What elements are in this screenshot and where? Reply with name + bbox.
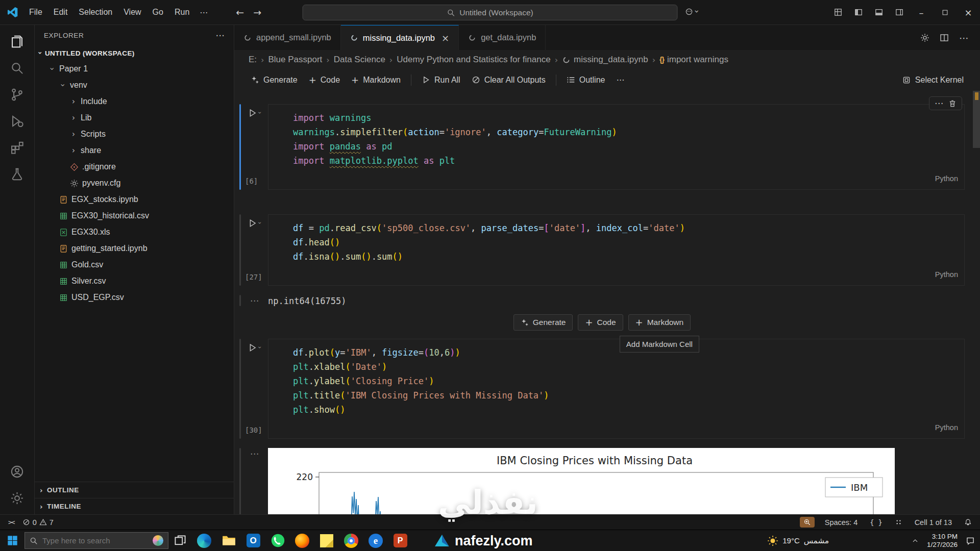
weather-widget[interactable]: 19°C مشمس xyxy=(767,535,829,546)
back-arrow-icon[interactable]: ← xyxy=(236,7,244,18)
chevron-down-icon[interactable]: › xyxy=(259,219,261,227)
tree-item[interactable]: pyvenv.cfg xyxy=(35,175,234,191)
generate-button[interactable]: Generate xyxy=(246,73,303,87)
tree-item[interactable]: EGX_stocks.ipynb xyxy=(35,191,234,208)
tab-missing_data.ipynb[interactable]: missing_data.ipynb × xyxy=(341,25,459,50)
menu-overflow-icon[interactable]: ⋯ xyxy=(195,5,212,20)
activity-account[interactable] xyxy=(0,458,34,485)
toggle-panel-icon[interactable] xyxy=(869,0,889,24)
tree-item[interactable]: .gitignore xyxy=(35,159,234,175)
run-cell-button[interactable] xyxy=(248,218,257,230)
menu-go[interactable]: Go xyxy=(147,5,169,19)
code-editor[interactable]: df = pd.read_csv('sp500_close.csv', pars… xyxy=(268,214,965,286)
zoom-indicator[interactable] xyxy=(800,517,815,528)
taskbar-clock[interactable]: 3:10 PM 1/27/2026 xyxy=(927,533,958,549)
indentation-indicator[interactable]: Spaces: 4 xyxy=(823,518,860,527)
tree-item[interactable]: Silver.csv xyxy=(35,273,234,289)
tree-item[interactable]: EGX30.xls xyxy=(35,224,234,240)
code-editor[interactable]: df.plot(y='IBM', figsize=(10,6))plt.xlab… xyxy=(268,339,965,439)
tree-item[interactable]: ›Lib xyxy=(35,110,234,126)
taskbar-app-edge-legacy[interactable]: e xyxy=(363,530,388,551)
activity-search[interactable] xyxy=(0,55,34,81)
breadcrumb-item[interactable]: missing_data.ipynb xyxy=(562,55,648,65)
toggle-secondary-sidebar-icon[interactable] xyxy=(889,0,910,24)
tree-item[interactable]: USD_EGP.csv xyxy=(35,289,234,306)
taskbar-search[interactable] xyxy=(24,532,168,549)
taskbar-app-whatsapp[interactable] xyxy=(265,530,290,551)
activity-run-and-debug[interactable] xyxy=(0,108,34,134)
more-actions-icon[interactable]: ⋯ xyxy=(935,99,943,108)
breadcrumb-item[interactable]: E: xyxy=(249,55,257,65)
tree-item[interactable]: ›Scripts xyxy=(35,126,234,142)
add-code-button[interactable]: + Code xyxy=(304,73,345,87)
tree-item[interactable]: ›Paper 1 xyxy=(35,61,234,77)
close-button[interactable]: × xyxy=(957,0,980,24)
cell-language-indicator[interactable]: Python xyxy=(935,171,958,186)
outline-button[interactable]: Outline xyxy=(561,73,610,87)
sidebar-section-timeline[interactable]: ›TIMELINE xyxy=(35,498,234,514)
action-center-icon[interactable] xyxy=(966,536,975,545)
taskbar-app-edge[interactable] xyxy=(192,530,216,551)
problems-indicator[interactable]: 0 7 xyxy=(20,518,56,527)
select-kernel-button[interactable]: Select Kernel xyxy=(898,73,968,87)
menu-selection[interactable]: Selection xyxy=(73,5,118,19)
toolbar-more-button[interactable]: ⋯ xyxy=(611,72,629,87)
output-more-actions-icon[interactable]: ⋯ xyxy=(250,448,259,459)
menu-edit[interactable]: Edit xyxy=(48,5,74,19)
breadcrumb-item[interactable]: Blue Passport xyxy=(268,55,322,65)
tree-item[interactable]: EGX30_historical.csv xyxy=(35,208,234,224)
taskbar-app-firefox[interactable] xyxy=(290,530,314,551)
forward-arrow-icon[interactable]: → xyxy=(253,7,261,18)
notebook-settings-icon[interactable] xyxy=(920,33,929,42)
add-markdown-button[interactable]: +Markdown Add Markdown Cell xyxy=(628,314,691,331)
toggle-sidebar-icon[interactable] xyxy=(848,0,869,24)
tree-item[interactable]: Gold.csv xyxy=(35,257,234,273)
remote-indicator[interactable]: >< xyxy=(6,518,16,526)
tree-item[interactable]: ›share xyxy=(35,142,234,159)
split-editor-icon[interactable] xyxy=(940,33,949,42)
cell-language-indicator[interactable]: Python xyxy=(935,267,958,282)
minimize-button[interactable]: – xyxy=(910,0,933,24)
taskbar-app-powerpoint[interactable]: P xyxy=(388,530,412,551)
copilot-menu[interactable]: › xyxy=(685,7,698,16)
notifications-bell-icon[interactable] xyxy=(962,518,974,526)
breadcrumb-item[interactable]: Data Science xyxy=(334,55,385,65)
taskbar-app-outlook[interactable]: O xyxy=(241,530,265,551)
add-markdown-button[interactable]: + Markdown xyxy=(346,73,406,87)
braces-indicator[interactable]: { } xyxy=(868,518,884,527)
command-center[interactable]: Untitled (Workspace) xyxy=(303,5,678,20)
start-button[interactable] xyxy=(0,530,24,551)
menu-file[interactable]: File xyxy=(23,5,48,19)
breadcrumb-item[interactable]: Udemy Python and Statistics for finance xyxy=(397,55,550,65)
activity-testing[interactable] xyxy=(0,161,34,187)
cell-language-indicator[interactable]: Python xyxy=(935,420,958,435)
menu-run[interactable]: Run xyxy=(169,5,195,19)
scrollbar[interactable] xyxy=(973,91,980,514)
menu-view[interactable]: View xyxy=(118,5,146,19)
hidden-icons-chevron[interactable] xyxy=(912,537,919,544)
tree-item[interactable]: getting_started.ipynb xyxy=(35,240,234,257)
taskbar-app-chrome[interactable] xyxy=(339,530,363,551)
sidebar-section-outline[interactable]: ›OUTLINE xyxy=(35,482,234,498)
activity-manage[interactable] xyxy=(0,485,34,511)
breadcrumb-item[interactable]: {}import warnings xyxy=(659,55,728,65)
close-icon[interactable]: × xyxy=(442,33,449,43)
taskbar-app-sticky-notes[interactable] xyxy=(314,530,339,551)
tab-append_small.ipynb[interactable]: append_small.ipynb xyxy=(234,25,341,50)
code-editor[interactable]: import warningswarnings.simplefilter(act… xyxy=(268,104,965,190)
activity-explorer[interactable] xyxy=(0,28,34,55)
delete-cell-icon[interactable] xyxy=(948,99,957,108)
maximize-button[interactable] xyxy=(933,0,957,24)
chevron-down-icon[interactable]: › xyxy=(259,109,261,116)
task-view-button[interactable] xyxy=(168,530,192,551)
tree-item[interactable]: ›Include xyxy=(35,93,234,110)
editor-more-actions-icon[interactable]: ⋯ xyxy=(959,32,969,43)
add-code-button[interactable]: +Code xyxy=(578,314,623,331)
activity-extensions[interactable] xyxy=(0,134,34,161)
explorer-more-actions-icon[interactable]: ⋯ xyxy=(215,30,225,40)
customize-layout-icon[interactable] xyxy=(828,0,848,24)
search-input[interactable] xyxy=(42,536,148,545)
activity-source-control[interactable] xyxy=(0,81,34,108)
generate-button[interactable]: Generate xyxy=(513,314,573,331)
tab-get_data.ipynb[interactable]: get_data.ipynb xyxy=(459,25,546,50)
